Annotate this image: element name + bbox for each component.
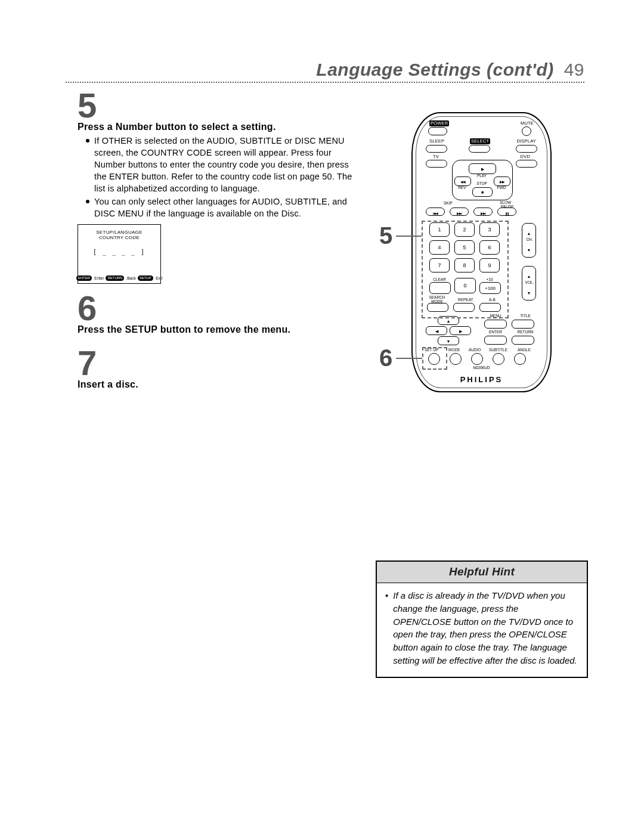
- select-label: SELECT: [470, 138, 490, 144]
- subtitle-button[interactable]: [493, 353, 504, 365]
- step-5-bullet-1: If OTHER is selected on the AUDIO, SUBTI…: [86, 135, 361, 194]
- manual-page: Language Settings (cont'd) 49 5 Press a …: [0, 0, 644, 833]
- power-label: POWER: [429, 120, 449, 126]
- sleep-button[interactable]: [426, 145, 447, 153]
- helpful-hint-box: Helpful Hint • If a disc is already in t…: [376, 561, 588, 678]
- slow-pause-button[interactable]: [497, 208, 516, 216]
- osd-foot-return-pill: RETURN: [106, 275, 124, 281]
- vol-up-icon: [527, 270, 531, 280]
- rev-icon: [460, 178, 465, 184]
- helpful-hint-title: Helpful Hint: [377, 562, 587, 583]
- step-7-heading: Insert a disc.: [78, 379, 361, 390]
- mode-label: MODE: [448, 348, 460, 352]
- osd-foot-setup-pill: SETUP: [138, 275, 153, 281]
- step-5-bullet-2: You can only select other languages for …: [86, 196, 361, 219]
- helpful-hint-body: • If a disc is already in the TV/DVD whe…: [377, 583, 587, 677]
- vol-label: VOL.: [521, 280, 538, 284]
- skip-next-button[interactable]: [450, 208, 469, 216]
- enter-label: ENTER: [482, 330, 509, 334]
- remote-callout-5-leader: [396, 236, 422, 237]
- remote-callout-6-leader: [396, 358, 422, 359]
- stop-icon: [481, 189, 484, 195]
- mode-button[interactable]: [450, 353, 462, 365]
- return-button[interactable]: [512, 336, 534, 345]
- dvd-button[interactable]: [516, 160, 537, 168]
- osd-country-code: SETUP/LANGUAGE COUNTRY CODE [ _ _ _ _ ] …: [78, 224, 161, 284]
- subtitle-label: SUBTITLE: [489, 348, 507, 352]
- step-5-bullets: If OTHER is selected on the AUDIO, SUBTI…: [78, 135, 361, 219]
- step-6-heading: Press the SETUP button to remove the men…: [78, 324, 361, 335]
- play-icon: [481, 166, 484, 172]
- title-label: TITLE: [512, 314, 539, 318]
- osd-foot-setup-after: :Exit: [155, 276, 163, 280]
- enter-button[interactable]: [484, 336, 507, 345]
- play-label: PLAY: [469, 174, 495, 178]
- angle-label: ANGLE: [518, 348, 531, 352]
- header-rule: [66, 82, 584, 83]
- fwd-button[interactable]: [494, 176, 510, 186]
- page-title-text: Language Settings (cont'd): [316, 60, 553, 79]
- angle-button[interactable]: [514, 353, 526, 365]
- osd-code: [ _ _ _ _ ]: [78, 249, 160, 255]
- mute-button[interactable]: [522, 126, 531, 136]
- osd-foot-enter-pill: ENTER: [76, 275, 92, 281]
- sleep-label: SLEEP: [429, 138, 444, 144]
- dpad-down-icon: [447, 338, 451, 344]
- rev-button[interactable]: [454, 176, 471, 186]
- dpad-right-icon: [459, 328, 462, 334]
- ch-up-icon: [527, 227, 531, 237]
- mute-label: MUTE: [521, 120, 534, 126]
- step-5-heading: Press a Number button to select a settin…: [78, 122, 361, 132]
- step-6-number: 6: [78, 291, 361, 326]
- remote-callout-6-number: 6: [379, 345, 392, 371]
- fwd-label: FWD: [494, 185, 509, 190]
- hint-bullet-text: If a disc is already in the TV/DVD when …: [393, 589, 578, 667]
- display-label: DISPLAY: [516, 138, 536, 144]
- dpad-left-button[interactable]: [426, 326, 447, 335]
- left-column: 5 Press a Number button to select a sett…: [78, 88, 361, 396]
- ch-down-icon: [527, 243, 531, 254]
- skip-next-icon: [457, 206, 462, 217]
- title-button[interactable]: [512, 320, 534, 329]
- tv-label: TV: [433, 154, 439, 159]
- step-7: 7 Insert a disc.: [78, 346, 361, 390]
- skip-label: SKIP: [444, 201, 453, 205]
- dpad-right-button[interactable]: [450, 326, 471, 335]
- osd-line2: COUNTRY CODE: [78, 235, 160, 240]
- slow-label: SLOW: [500, 200, 511, 205]
- skip-next2-icon: [481, 206, 485, 217]
- play-button[interactable]: [469, 163, 496, 174]
- osd-footer: ENTER :Enter RETURN :Back SETUP :Exit: [80, 275, 158, 281]
- select-button[interactable]: [469, 145, 490, 153]
- step-6: 6 Press the SETUP button to remove the m…: [78, 291, 361, 335]
- osd-foot-enter-after: :Enter: [94, 276, 104, 280]
- pause-icon: [505, 206, 509, 217]
- dpad-left-icon: [435, 328, 438, 334]
- dpad-up-icon: [447, 318, 451, 324]
- menu-button[interactable]: [484, 320, 507, 329]
- dpad-down-button[interactable]: [438, 336, 459, 345]
- remote-callout-5-rect: [422, 221, 509, 318]
- power-button[interactable]: [428, 127, 447, 135]
- step-7-number: 7: [78, 346, 361, 380]
- skip-next2-button[interactable]: [473, 208, 493, 216]
- hint-bullet-dot: •: [385, 589, 388, 667]
- remote-callout-6-rect: [422, 347, 447, 370]
- audio-label: AUDIO: [469, 348, 481, 352]
- osd-foot-return-after: :Back: [126, 276, 135, 280]
- remote-brand: PHILIPS: [411, 375, 552, 384]
- stop-label: STOP: [471, 181, 493, 185]
- vol-down-icon: [527, 286, 531, 297]
- tv-button[interactable]: [426, 160, 447, 168]
- display-button[interactable]: [516, 145, 537, 153]
- osd-line1: SETUP/LANGUAGE: [78, 230, 160, 235]
- audio-button[interactable]: [471, 353, 483, 365]
- osd-header: SETUP/LANGUAGE COUNTRY CODE: [78, 230, 160, 240]
- stop-button[interactable]: [472, 187, 493, 197]
- ch-label: CH.: [521, 237, 538, 241]
- remote-callout-5-number: 5: [379, 222, 392, 249]
- step-5-number: 5: [78, 88, 361, 123]
- skip-prev-button[interactable]: [426, 208, 445, 216]
- step-5: 5 Press a Number button to select a sett…: [78, 88, 361, 284]
- page-number: 49: [564, 60, 584, 79]
